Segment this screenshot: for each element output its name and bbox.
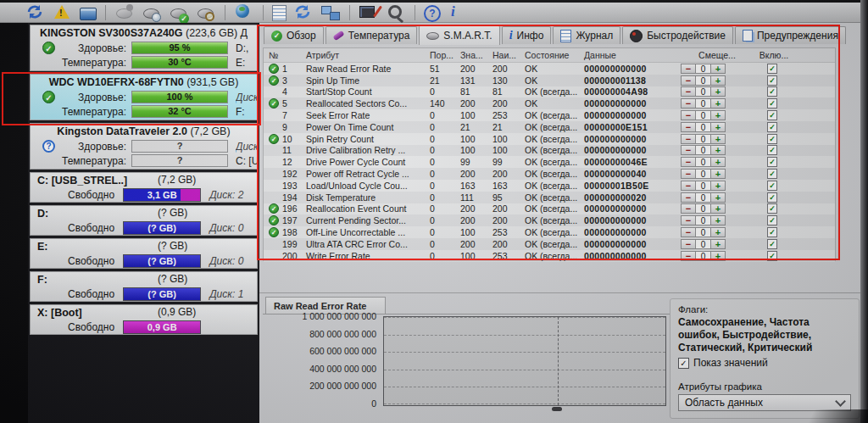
column-header[interactable]: Атрибут (304, 50, 430, 60)
disk-gauge-icon[interactable] (142, 3, 162, 22)
column-header[interactable]: Состояние (525, 50, 584, 60)
drive-card[interactable]: WDC WD10EFRX-68FYTN0 (931,5 GB) ✓ Здоров… (30, 74, 258, 120)
include-checkbox[interactable]: ✓ (767, 98, 777, 109)
offset-minus-button[interactable]: − (681, 134, 696, 144)
offset-minus-button[interactable]: − (681, 181, 696, 191)
offset-plus-button[interactable]: + (710, 98, 726, 109)
offset-minus-button[interactable]: − (681, 110, 696, 120)
table-row[interactable]: ✓ 194 Disk Temperature 0 111 95 OK (всег… (264, 192, 835, 203)
include-checkbox[interactable]: ✓ (767, 64, 777, 74)
include-checkbox[interactable]: ✓ (767, 239, 777, 249)
globe-icon[interactable] (234, 3, 254, 22)
partition-card[interactable]: D: (? GB) Свободно (? GB) Диск: 0 (30, 205, 258, 236)
chart-cursor-line[interactable] (558, 317, 559, 405)
offset-minus-button[interactable]: − (681, 145, 696, 155)
table-row[interactable]: ✓ 7 Seek Error Rate 0 100 253 OK (всегда… (264, 109, 835, 121)
table-row[interactable]: ✓ 3 Spin Up Time 21 131 130 OK 000000001… (264, 75, 835, 86)
network-icon[interactable] (320, 3, 341, 22)
offset-plus-button[interactable]: + (710, 239, 726, 249)
disk-tools-icon[interactable] (114, 3, 135, 22)
table-row[interactable]: ✓ 197 Current Pending Sector... 0 200 20… (264, 214, 835, 226)
include-checkbox[interactable]: ✓ (767, 203, 777, 214)
partition-card[interactable]: C: [USB_STREL..] (7,2 GB) Свободно 3,1 G… (30, 172, 258, 203)
include-checkbox[interactable]: ✓ (767, 134, 777, 144)
report-icon[interactable] (272, 5, 287, 21)
tab[interactable]: Быстродействие (622, 26, 733, 44)
offset-minus-button[interactable]: − (681, 98, 696, 109)
offset-minus-button[interactable]: − (681, 122, 696, 132)
table-row[interactable]: ✓ 9 Power On Time Count 0 21 21 OK (всег… (264, 121, 835, 133)
offset-plus-button[interactable]: + (710, 192, 726, 203)
show-values-checkbox[interactable]: ✓ (678, 358, 689, 369)
column-header[interactable]: Смеще... (681, 50, 754, 60)
column-header[interactable]: Пор... (430, 50, 460, 60)
partition-card[interactable]: F: (? GB) Свободно (? GB) Диск: 1 (30, 271, 258, 302)
disk-search-icon[interactable] (196, 3, 216, 22)
table-row[interactable]: ✓ 196 Reallocation Event Count 0 200 200… (264, 203, 835, 215)
include-checkbox[interactable]: ✓ (767, 75, 777, 86)
sync-icon[interactable] (293, 3, 314, 22)
include-checkbox[interactable]: ✓ (767, 157, 777, 167)
offset-minus-button[interactable]: − (681, 169, 696, 179)
offset-minus-button[interactable]: − (681, 192, 696, 203)
table-row[interactable]: ✓ 199 Ultra ATA CRC Error Co... 0 200 20… (264, 238, 835, 250)
table-row[interactable]: ✓ 192 Power off Retract Cycle ... 0 200 … (264, 168, 835, 180)
offset-plus-button[interactable]: + (710, 215, 726, 225)
offset-plus-button[interactable]: + (710, 169, 726, 179)
offset-plus-button[interactable]: + (710, 86, 726, 97)
table-row[interactable]: ✓ 5 Reallocated Sectors Co... 140 200 20… (264, 97, 835, 109)
tab[interactable]: Предупреждения (735, 26, 846, 44)
offset-minus-button[interactable]: − (681, 251, 696, 261)
save-window-icon[interactable] (80, 8, 97, 20)
include-checkbox[interactable]: ✓ (767, 227, 777, 237)
offset-minus-button[interactable]: − (681, 157, 696, 167)
chart-attributes-dropdown[interactable]: Область данных (678, 394, 851, 411)
drive-card[interactable]: Kingston DataTraveler 2.0 (7,2 GB) ? Здо… (30, 123, 258, 170)
table-row[interactable]: ✓ 198 Off-Line Uncorrectable ... 0 100 2… (264, 226, 835, 238)
offset-minus-button[interactable]: − (681, 64, 696, 74)
warning-icon[interactable]: ! (53, 3, 73, 22)
zoom-icon[interactable] (386, 3, 406, 22)
offset-plus-button[interactable]: + (710, 122, 726, 132)
table-row[interactable]: ✓ 200 Write Error Rate 0 100 253 OK (все… (264, 250, 835, 262)
drive-card[interactable]: KINGSTON SV300S37A240G (223,6 GB) Д ✓ Зд… (30, 25, 258, 71)
include-checkbox[interactable]: ✓ (767, 215, 777, 225)
tab[interactable]: i Инфо (502, 26, 552, 44)
offset-plus-button[interactable]: + (710, 134, 726, 144)
offset-plus-button[interactable]: + (710, 75, 726, 86)
offset-plus-button[interactable]: + (710, 203, 726, 214)
offset-plus-button[interactable]: + (710, 227, 726, 237)
column-header[interactable]: Данные (584, 50, 681, 60)
table-row[interactable]: ✓ 10 Spin Retry Count 0 100 100 OK (всег… (264, 133, 835, 145)
column-header[interactable]: № (269, 50, 304, 60)
offset-minus-button[interactable]: − (681, 215, 696, 225)
include-checkbox[interactable]: ✓ (767, 86, 777, 97)
table-row[interactable]: ✓ 11 Drive Calibration Retry ... 0 100 1… (264, 145, 835, 157)
monitor-edit-icon[interactable] (359, 3, 379, 22)
table-row[interactable]: ✓ 193 Load/Unload Cycle Cou... 0 163 163… (264, 180, 835, 192)
offset-plus-button[interactable]: + (710, 157, 726, 167)
chart-scroll-handle[interactable] (552, 407, 562, 411)
include-checkbox[interactable]: ✓ (767, 169, 777, 179)
table-row[interactable]: ✓ 4 Start/Stop Count 0 81 81 OK (всегда.… (264, 86, 835, 98)
include-checkbox[interactable]: ✓ (767, 110, 777, 120)
offset-plus-button[interactable]: + (710, 145, 726, 155)
offset-minus-button[interactable]: − (681, 239, 696, 249)
tab[interactable]: ✓ Обзор (264, 26, 324, 44)
column-header[interactable]: Наи... (492, 50, 525, 60)
offset-plus-button[interactable]: + (710, 251, 726, 261)
include-checkbox[interactable]: ✓ (767, 122, 777, 132)
include-checkbox[interactable]: ✓ (767, 181, 777, 191)
table-row[interactable]: ✓ 12 Drive Power Cycle Count 0 99 99 OK … (264, 156, 835, 168)
column-header[interactable]: Зна... (460, 50, 492, 60)
disk-check-icon[interactable]: ✓ (169, 3, 189, 22)
include-checkbox[interactable]: ✓ (767, 145, 777, 155)
tab[interactable]: S.M.A.R.T. (419, 25, 499, 45)
partition-card[interactable]: E: (? GB) Свободно (? GB) Диск: 0 (30, 238, 258, 269)
table-row[interactable]: ✓ 1 Raw Read Error Rate 51 200 200 OK 00… (264, 63, 835, 75)
include-checkbox[interactable]: ✓ (767, 192, 777, 203)
offset-plus-button[interactable]: + (710, 110, 726, 120)
offset-minus-button[interactable]: − (681, 227, 696, 237)
column-header[interactable]: Вклю... (754, 50, 794, 60)
offset-minus-button[interactable]: − (681, 75, 696, 86)
